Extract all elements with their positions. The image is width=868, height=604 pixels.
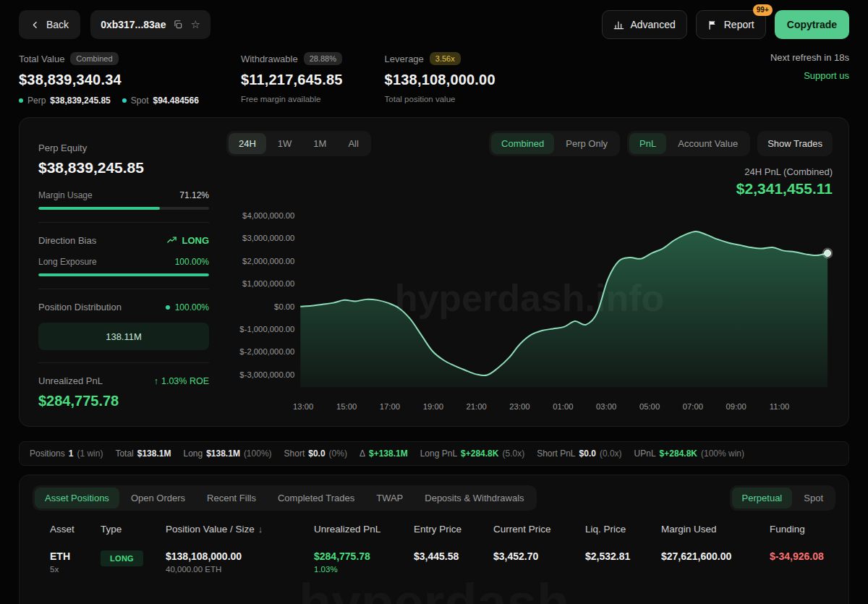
summary-long: Long $138.1M (100%) bbox=[183, 448, 271, 459]
topbar: Back 0xb317...83ae ☆ Advanced 99+ Report… bbox=[0, 0, 868, 39]
time-range-tabs: 24H 1W 1M All bbox=[226, 131, 371, 156]
y-axis-tick: $0.00 bbox=[274, 302, 294, 311]
back-label: Back bbox=[46, 19, 69, 30]
perp-equity-value: $38,839,245.85 bbox=[38, 159, 209, 176]
margin-usage-bar bbox=[38, 207, 209, 210]
wallet-address-pill: 0xb317...83ae ☆ bbox=[90, 10, 210, 39]
support-us-link[interactable]: Support us bbox=[804, 70, 849, 81]
x-axis-tick: 19:00 bbox=[423, 402, 443, 411]
show-trades-button[interactable]: Show Trades bbox=[757, 131, 833, 156]
tab-open-orders[interactable]: Open Orders bbox=[121, 488, 195, 509]
total-value: $38,839,340.34 bbox=[19, 72, 199, 88]
x-axis-tick: 15:00 bbox=[336, 402, 357, 411]
divider bbox=[38, 289, 209, 289]
y-axis-tick: $4,000,000.00 bbox=[242, 211, 294, 220]
col-current-price: Current Price bbox=[493, 524, 585, 535]
summary-long-pnl: Long PnL $+284.8K (5.0x) bbox=[420, 448, 524, 459]
position-distribution-box: 138.11M bbox=[38, 323, 209, 350]
cell-current-price: $3,452.70 bbox=[493, 550, 585, 562]
col-type: Type bbox=[101, 524, 166, 535]
cell-entry-price: $3,445.58 bbox=[414, 550, 493, 562]
tab-twap[interactable]: TWAP bbox=[366, 488, 413, 509]
y-axis-tick: $-3,000,000.00 bbox=[239, 370, 294, 379]
long-exposure-value: 100.00% bbox=[175, 257, 209, 267]
tab-1m[interactable]: 1M bbox=[303, 133, 336, 154]
tab-account-value[interactable]: Account Value bbox=[668, 133, 748, 154]
cell-unrealized-pnl: $284,775.78 1.03% bbox=[314, 550, 414, 574]
stat-withdrawable: Withdrawable 28.88% $11,217,645.85 Free … bbox=[241, 52, 343, 103]
cell-funding: $-34,926.08 bbox=[770, 550, 824, 562]
summary-short: Short $0.0 (0%) bbox=[284, 448, 347, 459]
pnl-chart: $4,000,000.00$3,000,000.00$2,000,000.00$… bbox=[226, 199, 833, 414]
table-row: ETH 5x LONG $138,108,000.00 40,000.00 ET… bbox=[33, 550, 835, 574]
withdrawable-badge: 28.88% bbox=[304, 52, 342, 65]
leverage-badge: 3.56x bbox=[430, 52, 461, 65]
summary-delta: Δ $+138.1M bbox=[359, 448, 408, 459]
chart-area: 24H 1W 1M All Combined Perp Only PnL Acc… bbox=[226, 131, 833, 414]
divider bbox=[38, 222, 209, 223]
report-button[interactable]: 99+ Report bbox=[696, 10, 766, 39]
y-axis-tick: $-2,000,000.00 bbox=[239, 347, 294, 356]
tab-completed-trades[interactable]: Completed Trades bbox=[268, 488, 365, 509]
report-label: Report bbox=[724, 19, 754, 30]
tab-recent-fills[interactable]: Recent Fills bbox=[197, 488, 266, 509]
combined-badge: Combined bbox=[70, 52, 118, 65]
spot-split: Spot $94.484566 bbox=[122, 95, 199, 106]
spot-dot-icon bbox=[122, 98, 127, 103]
x-axis-tick: 09:00 bbox=[726, 402, 746, 411]
pnl-value: $2,341,455.11 bbox=[226, 180, 833, 197]
col-entry-price: Entry Price bbox=[414, 524, 493, 535]
y-axis-tick: $2,000,000.00 bbox=[242, 257, 294, 265]
tab-all[interactable]: All bbox=[338, 133, 368, 154]
long-exposure-bar bbox=[38, 273, 209, 276]
col-asset: Asset bbox=[50, 524, 101, 535]
tab-perpetual[interactable]: Perpetual bbox=[732, 488, 793, 509]
tab-asset-positions[interactable]: Asset Positions bbox=[35, 488, 119, 509]
star-icon[interactable]: ☆ bbox=[190, 18, 200, 31]
tab-24h[interactable]: 24H bbox=[229, 133, 266, 154]
stat-leverage: Leverage 3.56x $138,108,000.00 Total pos… bbox=[385, 52, 495, 103]
col-funding: Funding bbox=[770, 524, 818, 535]
col-position-value[interactable]: Position Value / Size ↓ bbox=[166, 524, 314, 535]
chevron-left-icon bbox=[30, 20, 40, 30]
distribution-dot-icon bbox=[166, 305, 170, 310]
x-axis-tick: 01:00 bbox=[553, 402, 573, 411]
perp-dot-icon bbox=[19, 98, 23, 103]
summary-positions: Positions 1 (1 win) bbox=[30, 448, 103, 459]
pnl-summary: 24H PnL (Combined) $2,341,455.11 bbox=[226, 166, 833, 197]
position-distribution-value: 100.00% bbox=[166, 302, 209, 312]
pnl-caption: 24H PnL (Combined) bbox=[226, 166, 833, 177]
perp-split: Perp $38,839,245.85 bbox=[19, 95, 111, 106]
tab-pnl[interactable]: PnL bbox=[629, 133, 666, 154]
x-axis-tick: 13:00 bbox=[293, 402, 313, 411]
x-axis-tick: 03:00 bbox=[596, 402, 616, 411]
y-axis-tick: $1,000,000.00 bbox=[242, 279, 294, 288]
total-value-label: Total Value bbox=[19, 54, 64, 64]
tab-spot[interactable]: Spot bbox=[793, 488, 833, 509]
tab-deposits-withdrawals[interactable]: Deposits & Withdrawals bbox=[414, 488, 534, 509]
tab-perp-only[interactable]: Perp Only bbox=[556, 133, 618, 154]
y-axis-tick: $-1,000,000.00 bbox=[239, 325, 294, 333]
tab-combined[interactable]: Combined bbox=[491, 133, 554, 154]
last-point-marker bbox=[825, 250, 831, 257]
advanced-label: Advanced bbox=[630, 19, 675, 30]
advanced-button[interactable]: Advanced bbox=[602, 10, 686, 39]
summary-short-pnl: Short PnL $0.0 (0.0x) bbox=[537, 448, 621, 459]
tab-1w[interactable]: 1W bbox=[268, 133, 302, 154]
market-type-tabs: Perpetual Spot bbox=[730, 485, 835, 511]
positions-summary-bar: Positions 1 (1 win) Total $138.1M Long $… bbox=[19, 441, 849, 466]
cell-margin-used: $27,621,600.00 bbox=[661, 550, 770, 562]
copytrade-button[interactable]: Copytrade bbox=[775, 10, 849, 39]
margin-usage-fill bbox=[38, 207, 160, 210]
back-button[interactable]: Back bbox=[19, 10, 80, 39]
col-unrealized-pnl: Unrealized PnL bbox=[314, 524, 414, 535]
summary-total: Total $138.1M bbox=[115, 448, 171, 459]
x-axis-tick: 11:00 bbox=[770, 402, 789, 411]
copy-icon[interactable] bbox=[173, 20, 183, 30]
col-liq-price: Liq. Price bbox=[585, 524, 661, 535]
leverage-value: $138,108,000.00 bbox=[385, 72, 495, 88]
wallet-address: 0xb317...83ae bbox=[101, 19, 166, 30]
mode-tabs: Combined Perp Only bbox=[489, 131, 620, 156]
stat-total-value: Total Value Combined $38,839,340.34 Perp… bbox=[19, 52, 199, 106]
cell-position-value: $138,108,000.00 40,000.00 ETH bbox=[166, 550, 314, 574]
